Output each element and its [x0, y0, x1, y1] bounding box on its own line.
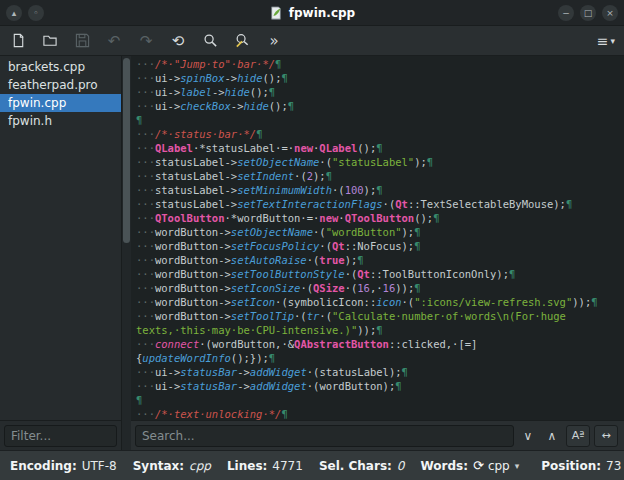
keep-above-button[interactable]: ▴ — [6, 5, 22, 21]
code-line: ···statusLabel->setTextInteractionFlags·… — [136, 197, 624, 211]
status-item: Encoding:UTF-8 — [10, 459, 117, 473]
code-line: ···ui->checkBox->hide();¶ — [136, 99, 624, 113]
new-file-icon — [11, 33, 26, 48]
status-item: Lines:4771 — [227, 459, 303, 473]
status-right: cpp ▾ Position: 73 — [484, 457, 621, 475]
chevron-up-icon: ∧ — [548, 429, 557, 443]
chevron-down-icon: ▾ — [611, 36, 616, 46]
statusbar: Encoding:UTF-8Syntax:cppLines:4771Sel. C… — [0, 450, 624, 480]
search-next-button[interactable]: ∨ — [518, 425, 538, 447]
whole-word-button[interactable]: ↔ — [594, 425, 618, 447]
status-item: Words:⟳ — [420, 458, 483, 473]
titlebar-left-buttons: ▴ ◦ — [6, 5, 96, 21]
code-line: ···/*·text·unlocking·*/¶ — [136, 407, 624, 420]
minimize-button[interactable]: − — [558, 5, 574, 21]
new-file-button[interactable] — [6, 29, 30, 53]
file-item[interactable]: brackets.cpp — [0, 58, 121, 76]
code-line: {updateWordInfo();});¶ — [136, 351, 624, 365]
words-refresh-icon[interactable]: ⟳ — [473, 458, 484, 473]
code-line: ···statusLabel->setMinimumWidth·(100);¶ — [136, 183, 624, 197]
status-items: Encoding:UTF-8Syntax:cppLines:4771Sel. C… — [10, 458, 484, 473]
close-icon: × — [606, 8, 614, 18]
open-file-button[interactable] — [38, 29, 62, 53]
code-line: ···wordButton->setToolButtonStyle·(Qt::T… — [136, 267, 624, 281]
reload-icon: ⟲ — [172, 32, 185, 50]
chevron-down-icon: ▾ — [515, 461, 520, 471]
editor-scrollbar[interactable] — [122, 56, 131, 450]
keep-above-icon: ▴ — [12, 8, 17, 18]
match-case-icon: Aª — [572, 429, 585, 442]
search-bar: ∨ ∧ Aª ↔ — [131, 420, 624, 450]
code-line: ···ui->statusBar->addWidget·(statusLabel… — [136, 365, 624, 379]
code-line: ···QLabel·*statusLabel·=·new·QLabel();¶ — [136, 141, 624, 155]
titlebar-right-buttons: − □ × — [528, 5, 618, 21]
code-line: ···ui->statusBar->addWidget·(wordButton)… — [136, 379, 624, 393]
toolbar: ↶ ↷ ⟲ » ≡ ▾ — [0, 26, 624, 56]
code-line: ···wordButton->setObjectName·("wordButto… — [136, 225, 624, 239]
whole-word-icon: ↔ — [601, 429, 610, 442]
save-icon — [75, 33, 90, 48]
pin-button[interactable]: ◦ — [28, 5, 44, 21]
search-input[interactable] — [135, 425, 514, 447]
code-line: ···ui->label->hide();¶ — [136, 85, 624, 99]
app-window: ▴ ◦ fpwin.cpp − □ × — [0, 0, 624, 480]
code-line: ···ui->spinBox->hide();¶ — [136, 71, 624, 85]
code-line: texts,·this·may·be·CPU-intensive.)"));¶ — [136, 323, 624, 337]
undo-icon: ↶ — [108, 32, 121, 50]
filter-row — [0, 420, 121, 450]
pin-icon: ◦ — [33, 8, 38, 18]
editor-pane: ···/*·"Jump·to"·bar·*/¶···ui->spinBox->h… — [131, 56, 624, 450]
code-line: ···wordButton->setAutoRaise·(true);¶ — [136, 253, 624, 267]
code-line: ···wordButton->setIcon·(symbolicIcon::ic… — [136, 295, 624, 309]
find-button[interactable] — [198, 29, 222, 53]
code-line: ···wordButton->setFocusPolicy·(Qt::NoFoc… — [136, 239, 624, 253]
status-item: Sel. Chars:0 — [319, 459, 405, 473]
window-title-area: fpwin.cpp — [96, 6, 528, 20]
find-replace-button[interactable] — [230, 29, 254, 53]
save-button[interactable] — [70, 29, 94, 53]
minimize-icon: − — [562, 8, 570, 18]
position-label: Position: — [541, 459, 601, 473]
filter-input[interactable] — [4, 425, 117, 447]
code-area[interactable]: ···/*·"Jump·to"·bar·*/¶···ui->spinBox->h… — [131, 56, 624, 420]
position-value: 73 — [606, 459, 621, 473]
search-replace-icon — [235, 33, 250, 48]
match-case-button[interactable]: Aª — [566, 425, 590, 447]
file-item[interactable]: fpwin.h — [0, 112, 121, 130]
maximize-button[interactable]: □ — [580, 5, 596, 21]
syntax-dropdown-value: cpp — [488, 459, 510, 473]
redo-icon: ↷ — [140, 32, 153, 50]
redo-button[interactable]: ↷ — [134, 29, 158, 53]
code-line: ···wordButton->setIconSize·(QSize·(16,·1… — [136, 281, 624, 295]
hamburger-icon: ≡ — [597, 33, 609, 49]
code-line: ···statusLabel->setIndent·(2);¶ — [136, 169, 624, 183]
code-line: ¶ — [136, 113, 624, 127]
file-item[interactable]: featherpad.pro — [0, 76, 121, 94]
maximize-icon: □ — [584, 8, 593, 18]
code-line: ···/*·status·bar·*/¶ — [136, 127, 624, 141]
search-icon — [203, 33, 218, 48]
window-title: fpwin.cpp — [289, 6, 355, 20]
code-line: ···statusLabel->setObjectName·("statusLa… — [136, 155, 624, 169]
main-menu-button[interactable]: ≡ ▾ — [594, 29, 618, 53]
status-item: Syntax:cpp — [133, 459, 211, 473]
code-line: ···connect·(wordButton,·&QAbstractButton… — [136, 337, 624, 351]
code-line: ¶ — [136, 393, 624, 407]
code-line: ···wordButton->setToolTip·(tr·("Calculat… — [136, 309, 624, 323]
scrollbar-thumb[interactable] — [123, 58, 130, 243]
jump-bar-button[interactable]: » — [262, 29, 286, 53]
close-button[interactable]: × — [602, 5, 618, 21]
undo-button[interactable]: ↶ — [102, 29, 126, 53]
app-icon — [269, 6, 283, 20]
sidebar: brackets.cppfeatherpad.profpwin.cppfpwin… — [0, 56, 122, 450]
titlebar[interactable]: ▴ ◦ fpwin.cpp − □ × — [0, 0, 624, 26]
file-item[interactable]: fpwin.cpp — [0, 94, 121, 112]
code-line: ···/*·"Jump·to"·bar·*/¶ — [136, 57, 624, 71]
file-list: brackets.cppfeatherpad.profpwin.cppfpwin… — [0, 56, 121, 420]
search-prev-button[interactable]: ∧ — [542, 425, 562, 447]
chevron-down-icon: ∨ — [524, 429, 533, 443]
position-indicator: Position: 73 — [541, 459, 621, 473]
code-line: ···QToolButton·*wordButton·=·new·QToolBu… — [136, 211, 624, 225]
reload-button[interactable]: ⟲ — [166, 29, 190, 53]
syntax-dropdown[interactable]: cpp ▾ — [484, 457, 523, 475]
